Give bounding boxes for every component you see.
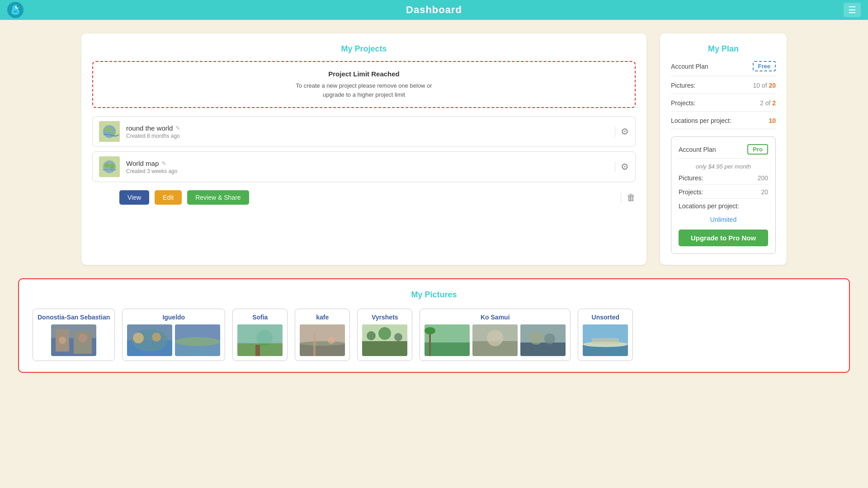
location-name: Igueldo (162, 314, 185, 321)
location-name: Donostia-San Sebastian (38, 314, 110, 321)
svg-rect-39 (313, 333, 316, 356)
location-image (237, 324, 283, 356)
location-image (425, 324, 470, 356)
svg-point-18 (59, 337, 66, 344)
view-button[interactable]: View (119, 190, 149, 205)
location-group: Vyrshets (357, 309, 412, 361)
projects-row: Projects: 2 of 2 (671, 99, 776, 112)
location-group: Igueldo (122, 309, 225, 361)
svg-rect-42 (362, 340, 407, 356)
project-date: Created 8 months ago (126, 133, 609, 139)
location-image (472, 324, 518, 356)
pro-projects-label: Projects: (679, 188, 703, 196)
pictures-section: My Pictures Donostia-San Sebastian (18, 278, 850, 373)
location-images (237, 324, 283, 356)
project-date: Created 3 weeks ago (126, 168, 609, 174)
projects-panel: My Projects Project Limit Reached To cre… (81, 33, 646, 265)
project-info: round the world ✎ Created 8 months ago (126, 124, 609, 139)
svg-rect-37 (300, 324, 345, 343)
pictures-label: Pictures: (671, 82, 695, 89)
app-logo (7, 2, 24, 18)
pictures-value: 10 of 20 (753, 82, 776, 89)
project-row: round the world ✎ Created 8 months ago ⚙ (92, 116, 636, 147)
svg-point-7 (105, 127, 111, 131)
plan-title: My Plan (671, 44, 776, 54)
svg-rect-13 (103, 169, 116, 170)
project-thumb (99, 121, 120, 142)
project-world-map-container: World map ✎ Created 3 weeks ago ⚙ View E… (92, 151, 636, 206)
location-group: Sofia (232, 309, 288, 361)
svg-rect-65 (592, 338, 619, 344)
location-image (51, 324, 96, 356)
svg-rect-33 (255, 345, 260, 356)
pro-pictures-label: Pictures: (679, 174, 703, 182)
locations-row: Locations per project: 10 (671, 117, 776, 129)
share-button[interactable]: Review & Share (187, 190, 249, 205)
project-row: World map ✎ Created 3 weeks ago ⚙ (92, 151, 636, 182)
pro-unlimited-value: Unlimited (679, 216, 768, 223)
svg-point-45 (378, 327, 391, 340)
project-name: World map ✎ (126, 160, 609, 167)
account-plan-row: Account Plan Free (671, 61, 776, 76)
svg-point-28 (175, 337, 220, 346)
svg-rect-58 (520, 324, 566, 343)
location-name: Sofia (252, 314, 268, 321)
location-group: kafe (295, 309, 350, 361)
projects-value: 2 of 2 (760, 99, 776, 107)
location-images (425, 324, 566, 356)
location-images (51, 324, 96, 356)
locations-label: Locations per project: (671, 117, 731, 124)
project-gear-button[interactable]: ⚙ (615, 161, 629, 172)
limit-warning-text: To create a new project please remove on… (102, 81, 626, 99)
location-image (300, 324, 345, 356)
project-actions: View Edit Review & Share 🗑 (92, 187, 636, 206)
account-plan-label: Account Plan (671, 63, 708, 70)
location-group: Unsorted (578, 309, 633, 361)
location-image (520, 324, 566, 356)
locations-value: 10 (769, 117, 776, 124)
limit-warning-box: Project Limit Reached To create a new pr… (92, 61, 636, 108)
svg-point-11 (104, 164, 110, 167)
location-name: Vyrshets (372, 314, 398, 321)
location-image (583, 324, 628, 356)
svg-rect-57 (520, 342, 566, 356)
location-images (127, 324, 220, 356)
svg-point-24 (152, 333, 161, 342)
menu-button[interactable]: ☰ (844, 3, 861, 17)
project-edit-icon[interactable]: ✎ (161, 160, 166, 167)
app-header: Dashboard ☰ (0, 0, 868, 20)
pictures-grid: Donostia-San Sebastian Igueldo (33, 309, 835, 361)
project-edit-icon[interactable]: ✎ (175, 125, 180, 131)
project-info: World map ✎ Created 3 weeks ago (126, 160, 609, 174)
svg-rect-48 (425, 342, 470, 356)
pro-locations-label: Locations per project: (679, 202, 739, 210)
location-images (583, 324, 628, 356)
edit-button[interactable]: Edit (155, 190, 182, 205)
pro-pictures-value: 200 (758, 174, 768, 182)
svg-point-60 (544, 333, 555, 344)
svg-point-12 (110, 164, 114, 169)
svg-point-4 (17, 6, 18, 8)
pro-plan-box: Account Plan Pro only $4.95 per month Pi… (671, 136, 776, 254)
pro-price: only $4.95 per month (679, 163, 768, 170)
svg-point-44 (367, 331, 376, 340)
svg-point-23 (133, 333, 144, 343)
svg-point-8 (110, 131, 115, 135)
project-gear-button[interactable]: ⚙ (615, 126, 629, 137)
projects-label: Projects: (671, 99, 695, 107)
pro-plan-label-row: Account Plan Pro (679, 144, 768, 159)
delete-button[interactable]: 🗑 (621, 192, 636, 203)
pro-projects-value: 20 (761, 188, 768, 196)
pro-locations-row: Locations per project: (679, 202, 768, 212)
pro-projects-row: Projects: 20 (679, 188, 768, 199)
svg-rect-34 (237, 324, 283, 343)
upgrade-button[interactable]: Upgrade to Pro Now (679, 230, 768, 246)
pro-pictures-row: Pictures: 200 (679, 174, 768, 185)
limit-warning-title: Project Limit Reached (102, 70, 626, 78)
location-image (362, 324, 407, 356)
location-name: Unsorted (592, 314, 619, 321)
projects-title: My Projects (92, 44, 636, 54)
location-images (300, 324, 345, 356)
page-title: Dashboard (406, 4, 462, 16)
location-image (175, 324, 220, 356)
